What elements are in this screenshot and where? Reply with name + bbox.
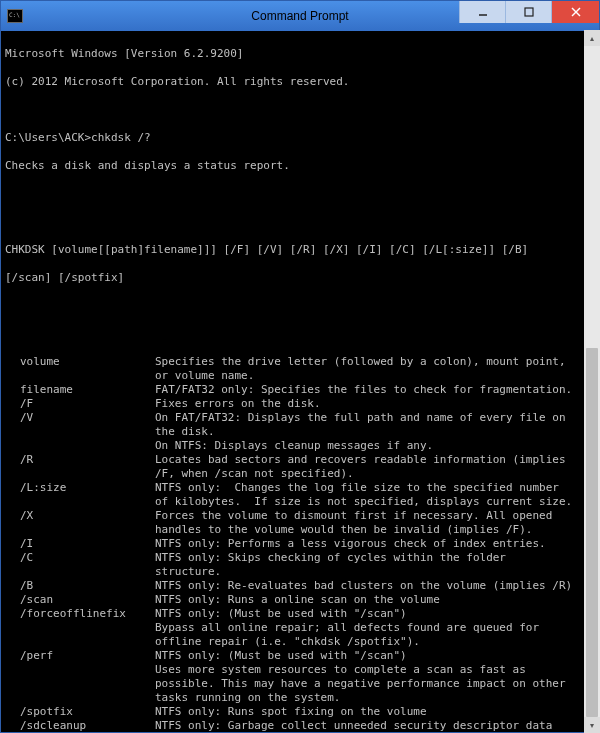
param-name: filename: [5, 383, 155, 397]
param-row: On NTFS: Displays cleanup messages if an…: [5, 439, 595, 453]
close-icon: [571, 7, 581, 17]
param-desc: Fixes errors on the disk.: [155, 397, 595, 411]
param-row: /RLocates bad sectors and recovers reada…: [5, 453, 595, 481]
param-desc: Forces the volume to dismount first if n…: [155, 509, 595, 537]
window-title: Command Prompt: [251, 9, 348, 23]
param-row: /forceofflinefixNTFS only: (Must be used…: [5, 607, 595, 621]
prompt-command: chkdsk /?: [91, 131, 151, 144]
param-row: /CNTFS only: Skips checking of cycles wi…: [5, 551, 595, 579]
close-button[interactable]: [551, 1, 599, 23]
param-row: filenameFAT/FAT32 only: Specifies the fi…: [5, 383, 595, 397]
param-name: [5, 621, 155, 649]
param-desc: On NTFS: Displays cleanup messages if an…: [155, 439, 595, 453]
svg-rect-1: [525, 8, 533, 16]
param-desc: NTFS only: Performs a less vigorous chec…: [155, 537, 595, 551]
param-row: /scanNTFS only: Runs a online scan on th…: [5, 593, 595, 607]
cmd-icon: [7, 9, 23, 23]
window-controls: [459, 1, 599, 31]
usage-line-2: [/scan] [/spotfix]: [5, 271, 595, 285]
command-prompt-window: Command Prompt Microsoft Windows [Versio…: [0, 0, 600, 733]
param-row: /XForces the volume to dismount first if…: [5, 509, 595, 537]
param-name: [5, 439, 155, 453]
param-row: /perfNTFS only: (Must be used with "/sca…: [5, 649, 595, 663]
prompt-path: C:\Users\ACK>: [5, 131, 91, 144]
param-row: /BNTFS only: Re-evaluates bad clusters o…: [5, 579, 595, 593]
maximize-icon: [524, 7, 534, 17]
scroll-up-button[interactable]: ▴: [584, 30, 600, 46]
param-name: /I: [5, 537, 155, 551]
maximize-button[interactable]: [505, 1, 551, 23]
os-version-line: Microsoft Windows [Version 6.2.9200]: [5, 47, 595, 61]
param-row: /INTFS only: Performs a less vigorous ch…: [5, 537, 595, 551]
param-name: /X: [5, 509, 155, 537]
param-desc: Locates bad sectors and recovers readabl…: [155, 453, 595, 481]
param-row: Bypass all online repair; all defects fo…: [5, 621, 595, 649]
summary-line: Checks a disk and displays a status repo…: [5, 159, 595, 173]
param-name: /scan: [5, 593, 155, 607]
param-name: /L:size: [5, 481, 155, 509]
scroll-thumb[interactable]: [586, 348, 598, 717]
param-desc: NTFS only: Skips checking of cycles with…: [155, 551, 595, 579]
param-name: /spotfix: [5, 705, 155, 719]
param-desc: Bypass all online repair; all defects fo…: [155, 621, 595, 649]
scroll-track[interactable]: [584, 46, 600, 717]
param-row: /VOn FAT/FAT32: Displays the full path a…: [5, 411, 595, 439]
param-desc: NTFS only: Garbage collect unneeded secu…: [155, 719, 595, 732]
param-name: /R: [5, 453, 155, 481]
param-name: volume: [5, 355, 155, 383]
terminal-output[interactable]: Microsoft Windows [Version 6.2.9200] (c)…: [1, 31, 599, 732]
param-desc: NTFS only: Changes the log file size to …: [155, 481, 595, 509]
usage-line-1: CHKDSK [volume[[path]filename]]] [/F] [/…: [5, 243, 595, 257]
scroll-down-button[interactable]: ▾: [584, 717, 600, 733]
param-desc: NTFS only: Re-evaluates bad clusters on …: [155, 579, 595, 593]
minimize-button[interactable]: [459, 1, 505, 23]
param-row: Uses more system resources to complete a…: [5, 663, 595, 705]
param-desc: Uses more system resources to complete a…: [155, 663, 595, 705]
minimize-icon: [478, 7, 488, 17]
param-name: /forceofflinefix: [5, 607, 155, 621]
vertical-scrollbar[interactable]: ▴ ▾: [584, 30, 600, 733]
prompt-line: C:\Users\ACK>chkdsk /?: [5, 131, 595, 145]
param-name: /perf: [5, 649, 155, 663]
param-desc: Specifies the drive letter (followed by …: [155, 355, 595, 383]
param-row: /spotfixNTFS only: Runs spot fixing on t…: [5, 705, 595, 719]
param-name: /V: [5, 411, 155, 439]
param-name: /C: [5, 551, 155, 579]
param-desc: NTFS only: (Must be used with "/scan"): [155, 607, 595, 621]
copyright-line: (c) 2012 Microsoft Corporation. All righ…: [5, 75, 595, 89]
param-row: /FFixes errors on the disk.: [5, 397, 595, 411]
titlebar[interactable]: Command Prompt: [1, 1, 599, 31]
param-name: /B: [5, 579, 155, 593]
param-name: [5, 663, 155, 705]
parameters-list: volumeSpecifies the drive letter (follow…: [5, 355, 595, 732]
param-desc: NTFS only: (Must be used with "/scan"): [155, 649, 595, 663]
param-row: volumeSpecifies the drive letter (follow…: [5, 355, 595, 383]
param-desc: NTFS only: Runs a online scan on the vol…: [155, 593, 595, 607]
param-name: /sdcleanup: [5, 719, 155, 732]
param-desc: On FAT/FAT32: Displays the full path and…: [155, 411, 595, 439]
param-name: /F: [5, 397, 155, 411]
param-desc: FAT/FAT32 only: Specifies the files to c…: [155, 383, 595, 397]
param-desc: NTFS only: Runs spot fixing on the volum…: [155, 705, 595, 719]
param-row: /L:sizeNTFS only: Changes the log file s…: [5, 481, 595, 509]
param-row: /sdcleanupNTFS only: Garbage collect unn…: [5, 719, 595, 732]
